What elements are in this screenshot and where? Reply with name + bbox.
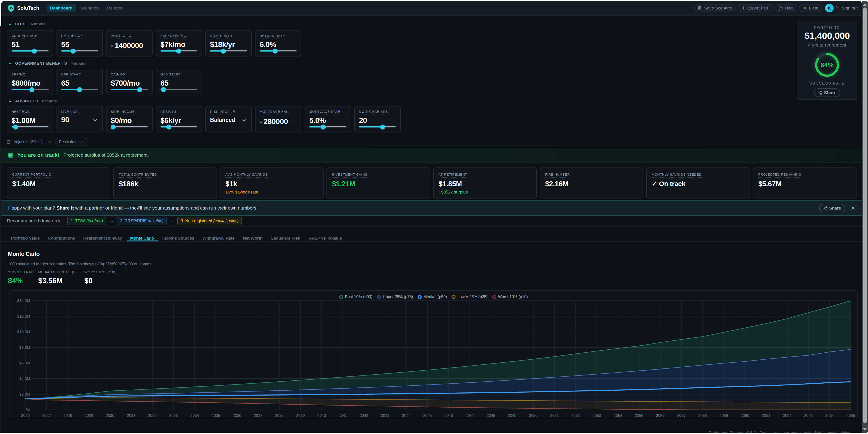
svg-text:2057: 2057 bbox=[677, 413, 686, 418]
svg-text:2045: 2045 bbox=[423, 413, 432, 418]
svg-text:2028: 2028 bbox=[63, 413, 72, 418]
svg-text:2029: 2029 bbox=[85, 413, 93, 418]
svg-text:2061: 2061 bbox=[762, 413, 770, 418]
svg-text:2058: 2058 bbox=[698, 413, 707, 418]
svg-text:2052: 2052 bbox=[571, 413, 580, 418]
svg-text:$2.0M: $2.0M bbox=[20, 392, 30, 397]
svg-text:2042: 2042 bbox=[360, 413, 368, 418]
svg-text:2049: 2049 bbox=[508, 413, 517, 418]
svg-text:2040: 2040 bbox=[317, 413, 326, 418]
svg-text:$10.0M: $10.0M bbox=[17, 330, 30, 334]
svg-text:2035: 2035 bbox=[212, 413, 220, 418]
svg-text:2047: 2047 bbox=[466, 413, 474, 418]
svg-text:$8.0M: $8.0M bbox=[20, 345, 30, 350]
svg-text:2053: 2053 bbox=[592, 413, 601, 418]
svg-text:2034: 2034 bbox=[190, 413, 199, 418]
svg-text:2033: 2033 bbox=[169, 413, 178, 418]
svg-text:2027: 2027 bbox=[42, 413, 51, 418]
svg-text:$6.0M: $6.0M bbox=[20, 361, 30, 365]
svg-text:2065: 2065 bbox=[846, 413, 855, 418]
svg-text:2048: 2048 bbox=[487, 413, 495, 418]
svg-text:2032: 2032 bbox=[148, 413, 157, 418]
svg-text:2062: 2062 bbox=[783, 413, 792, 418]
svg-text:2063: 2063 bbox=[804, 413, 813, 418]
svg-text:2054: 2054 bbox=[614, 413, 622, 418]
svg-text:2046: 2046 bbox=[444, 413, 453, 418]
svg-text:2026: 2026 bbox=[21, 413, 30, 418]
svg-text:$0: $0 bbox=[26, 408, 30, 412]
svg-text:$12.0M: $12.0M bbox=[17, 314, 30, 318]
svg-text:2056: 2056 bbox=[656, 413, 664, 418]
svg-text:2044: 2044 bbox=[402, 413, 411, 418]
svg-text:2031: 2031 bbox=[127, 413, 135, 418]
svg-text:2030: 2030 bbox=[106, 413, 115, 418]
svg-text:2064: 2064 bbox=[825, 413, 834, 418]
svg-text:2050: 2050 bbox=[529, 413, 538, 418]
svg-text:2055: 2055 bbox=[635, 413, 644, 418]
svg-text:2059: 2059 bbox=[719, 413, 728, 418]
svg-text:2051: 2051 bbox=[550, 413, 559, 418]
svg-text:$4.0M: $4.0M bbox=[20, 377, 30, 381]
svg-text:2041: 2041 bbox=[338, 413, 347, 418]
svg-text:2043: 2043 bbox=[381, 413, 389, 418]
svg-text:2038: 2038 bbox=[275, 413, 283, 418]
svg-text:2036: 2036 bbox=[232, 413, 241, 418]
svg-text:2037: 2037 bbox=[254, 413, 262, 418]
svg-text:2039: 2039 bbox=[296, 413, 305, 418]
svg-text:2060: 2060 bbox=[741, 413, 749, 418]
